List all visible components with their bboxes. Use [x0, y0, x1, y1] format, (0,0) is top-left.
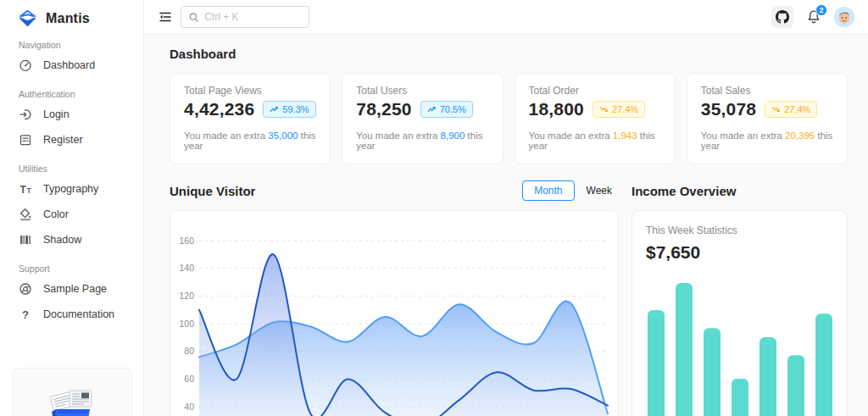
trending-down-icon: [599, 105, 608, 114]
menu-fold-button[interactable]: [155, 7, 175, 27]
income-bar-chart: [646, 273, 835, 416]
svg-text:?: ?: [22, 308, 29, 321]
svg-text:140: 140: [179, 263, 194, 273]
search-input[interactable]: [204, 11, 301, 23]
stat-card-total-users: Total Users 78,250 70.5% You made an ext…: [342, 73, 503, 164]
stat-footer-highlight: 8,900: [441, 130, 465, 141]
nav-section-authentication: Authentication: [0, 78, 143, 102]
sidebar-promo-card[interactable]: [12, 368, 132, 416]
sidebar-item-dashboard[interactable]: Dashboard: [0, 53, 143, 78]
sidebar-item-label: Sample Page: [43, 283, 107, 295]
notification-badge: 2: [815, 4, 827, 16]
stat-title: Total Page Views: [184, 85, 316, 97]
range-toggle: Month Week: [522, 180, 619, 201]
sidebar-item-label: Register: [43, 134, 83, 146]
income-overview-card: This Week Statistics $7,650: [632, 210, 848, 416]
stat-footer: You made an extra 1,943 this year: [529, 130, 661, 151]
unique-visitor-panel: Unique Visitor Month Week: [170, 178, 619, 416]
stat-footer: You made an extra 20,395 this year: [701, 130, 833, 151]
stat-value: 18,800: [529, 99, 584, 119]
stat-footer-highlight: 1,943: [613, 130, 637, 141]
sample-page-icon: [19, 282, 32, 296]
trending-up-icon: [427, 105, 436, 114]
sidebar-item-register[interactable]: Register: [0, 127, 143, 153]
income-overview-panel: Income Overview This Week Statistics $7,…: [632, 178, 848, 416]
main-content: Dashboard Total Page Views 4,42,236 59.3…: [144, 35, 868, 416]
income-subtitle: This Week Statistics: [646, 225, 833, 236]
unique-visitor-chart-card: 16014012010080604020: [170, 210, 619, 416]
login-icon: [19, 108, 32, 121]
sidebar-item-login[interactable]: Login: [0, 102, 143, 127]
stat-title: Total Users: [356, 85, 488, 97]
dashboard-icon: [19, 58, 32, 72]
avatar-image: [834, 7, 854, 27]
sidebar: Mantis Navigation Dashboard Authenticati…: [0, 0, 144, 416]
income-overview-title: Income Overview: [632, 184, 736, 198]
svg-text:120: 120: [179, 291, 194, 301]
svg-text:T: T: [20, 184, 27, 196]
sidebar-item-label: Shadow: [43, 234, 81, 246]
brand-logo[interactable]: Mantis: [0, 0, 143, 29]
sidebar-item-label: Login: [43, 108, 70, 120]
page-title: Dashboard: [170, 47, 848, 61]
nav-section-support: Support: [0, 252, 143, 276]
color-icon: [19, 208, 32, 221]
user-avatar[interactable]: [834, 7, 854, 27]
documentation-icon: ?: [19, 308, 32, 321]
trend-badge: 70.5%: [420, 101, 473, 118]
stat-footer-highlight: 20,395: [785, 130, 815, 141]
svg-text:100: 100: [179, 319, 194, 329]
stat-title: Total Order: [529, 85, 661, 97]
github-icon: [776, 10, 789, 24]
stat-title: Total Sales: [701, 85, 833, 97]
sidebar-item-label: Documentation: [43, 308, 114, 320]
svg-text:60: 60: [184, 374, 194, 384]
stat-footer-highlight: 35,000: [268, 130, 298, 141]
nav-section-utilities: Utilities: [0, 153, 143, 176]
register-icon: [19, 133, 32, 147]
mailbox-illustration: [41, 385, 103, 416]
nav-section-navigation: Navigation: [0, 29, 143, 53]
sidebar-item-typography[interactable]: T T Typography: [0, 176, 143, 202]
trend-badge: 27.4%: [593, 101, 645, 118]
top-bar: 2: [144, 0, 868, 35]
month-button[interactable]: Month: [522, 180, 574, 201]
week-button[interactable]: Week: [580, 181, 619, 200]
svg-text:80: 80: [184, 346, 194, 356]
sidebar-item-sample-page[interactable]: Sample Page: [0, 276, 143, 302]
sidebar-item-documentation[interactable]: ? Documentation: [0, 302, 143, 327]
sidebar-item-label: Dashboard: [43, 59, 95, 71]
sidebar-nav: Navigation Dashboard Authentication Logi…: [0, 29, 143, 327]
stat-card-total-order: Total Order 18,800 27.4% You made an ext…: [515, 73, 676, 164]
stat-footer: You made an extra 35,000 this year: [184, 130, 316, 151]
global-search[interactable]: [181, 6, 309, 28]
svg-text:T: T: [27, 186, 32, 195]
shadow-icon: [19, 233, 32, 247]
unique-visitor-title: Unique Visitor: [170, 184, 255, 198]
stat-value: 4,42,236: [184, 99, 254, 119]
trending-up-icon: [270, 105, 278, 114]
notifications-button[interactable]: 2: [806, 9, 821, 25]
search-icon: [189, 12, 198, 23]
trend-badge: 27.4%: [765, 101, 817, 118]
typography-icon: T T: [19, 182, 32, 196]
unique-visitor-area-chart: 16014012010080604020: [175, 216, 613, 416]
topbar-actions: 2: [771, 6, 854, 28]
mantis-logo-icon: [17, 8, 38, 29]
stat-card-total-page-views: Total Page Views 4,42,236 59.3% You made…: [170, 73, 331, 164]
stat-cards-row: Total Page Views 4,42,236 59.3% You made…: [170, 73, 848, 164]
income-amount: $7,650: [646, 242, 833, 263]
charts-row: Unique Visitor Month Week: [170, 178, 848, 416]
stat-card-total-sales: Total Sales 35,078 27.4% You made an ext…: [687, 73, 848, 164]
trending-down-icon: [771, 105, 780, 114]
trend-badge: 59.3%: [263, 101, 315, 118]
sidebar-item-shadow[interactable]: Shadow: [0, 227, 143, 252]
stat-value: 78,250: [356, 99, 411, 119]
svg-text:40: 40: [184, 402, 194, 412]
sidebar-item-label: Typography: [43, 183, 98, 195]
menu-fold-icon: [159, 10, 172, 24]
brand-name: Mantis: [46, 11, 90, 26]
stat-value: 35,078: [701, 99, 756, 119]
sidebar-item-color[interactable]: Color: [0, 202, 143, 227]
github-button[interactable]: [771, 6, 793, 28]
